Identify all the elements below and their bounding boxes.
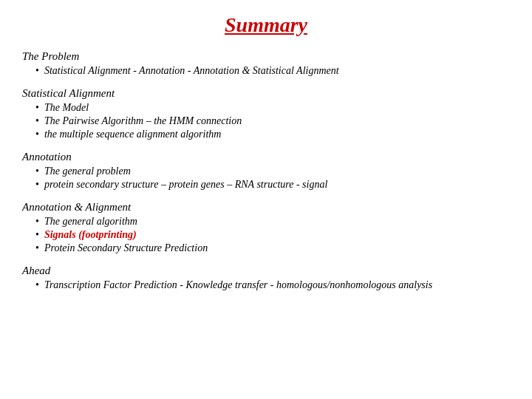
section-statistical-alignment: Statistical Alignment The Model The Pair…: [22, 87, 510, 140]
list-item: the multiple sequence alignment algorith…: [35, 129, 510, 140]
section-heading-annotation-alignment: Annotation & Alignment: [22, 201, 510, 214]
section-heading-ahead: Ahead: [22, 265, 510, 277]
section-the-problem: The Problem Statistical Alignment - Anno…: [22, 50, 510, 77]
list-item: The general problem: [35, 166, 510, 177]
page: Summary The Problem Statistical Alignmen…: [0, 0, 532, 399]
section-annotation-alignment: Annotation & Alignment The general algor…: [22, 201, 510, 254]
list-item: Protein Secondary Structure Prediction: [35, 242, 510, 254]
list-item: Signals (footprinting): [35, 229, 510, 241]
section-heading-annotation: Annotation: [22, 151, 510, 163]
section-ahead: Ahead Transcription Factor Prediction - …: [22, 265, 510, 291]
list-item: protein secondary structure – protein ge…: [35, 179, 510, 191]
list-item: Statistical Alignment - Annotation - Ann…: [35, 65, 510, 77]
section-annotation: Annotation The general problem protein s…: [22, 151, 510, 191]
bullet-list-annotation: The general problem protein secondary st…: [22, 166, 510, 191]
page-title: Summary: [22, 13, 510, 37]
bullet-list-statistical-alignment: The Model The Pairwise Algorithm – the H…: [22, 102, 510, 140]
bullet-list-annotation-alignment: The general algorithm Signals (footprint…: [22, 216, 510, 254]
highlight-signals: Signals (footprinting): [44, 229, 137, 241]
bullet-list-ahead: Transcription Factor Prediction - Knowle…: [22, 279, 510, 291]
section-heading-the-problem: The Problem: [22, 50, 510, 63]
list-item: The Model: [35, 102, 510, 114]
list-item: Transcription Factor Prediction - Knowle…: [35, 279, 510, 291]
list-item: The general algorithm: [35, 216, 510, 228]
bullet-list-the-problem: Statistical Alignment - Annotation - Ann…: [22, 65, 510, 77]
section-heading-statistical-alignment: Statistical Alignment: [22, 87, 510, 100]
list-item: The Pairwise Algorithm – the HMM connect…: [35, 115, 510, 127]
